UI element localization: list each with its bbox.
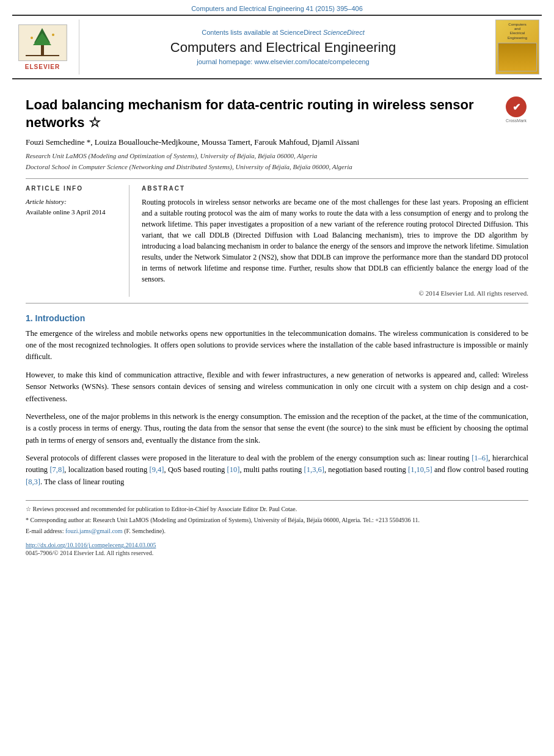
article-info-label: ARTICLE INFO — [26, 185, 120, 192]
svg-rect-4 — [26, 55, 59, 56]
footnote-star1: ☆ Reviews processed and recommended for … — [26, 504, 528, 514]
elsevier-text: ELSEVIER — [25, 64, 60, 70]
article-info-col: ARTICLE INFO Article history: Available … — [26, 185, 129, 297]
svg-rect-1 — [41, 44, 44, 55]
journal-center: Contents lists available at ScienceDirec… — [79, 20, 487, 75]
citation-text: Computers and Electrical Engineering 41 … — [191, 5, 363, 12]
crossmark: ✔ CrossMark — [504, 96, 528, 123]
doi-section: http://dx.doi.org/10.1016/j.compeleceng.… — [26, 542, 528, 556]
journal-title: Computers and Electrical Engineering — [170, 40, 396, 56]
ref-7-8[interactable]: [7,8] — [49, 465, 64, 474]
ref-1-3-6[interactable]: [1,3,6] — [304, 465, 324, 474]
abstract-col: ABSTRACT Routing protocols in wireless s… — [142, 185, 528, 297]
journal-header: ELSEVIER Contents lists available at Sci… — [12, 15, 542, 79]
abstract-label: ABSTRACT — [142, 185, 528, 192]
crossmark-icon: ✔ — [506, 96, 527, 117]
elsevier-logo: ELSEVIER — [12, 20, 79, 75]
intro-para-3: Nevertheless, one of the major problems … — [26, 411, 528, 446]
svg-point-6 — [52, 34, 54, 36]
crossmark-text: CrossMark — [506, 118, 527, 123]
page: Computers and Electrical Engineering 41 … — [0, 0, 554, 756]
cover-image: ComputersandElectricalEngineering — [495, 20, 539, 75]
copyright-line: © 2014 Elsevier Ltd. All rights reserved… — [142, 289, 528, 297]
top-citation: Computers and Electrical Engineering 41 … — [0, 0, 554, 15]
article-history: Article history: Available online 3 Apri… — [26, 197, 120, 218]
issn-line: 0045-7906/© 2014 Elsevier Ltd. All right… — [26, 550, 528, 556]
footnote-email: E-mail address: fouzi.jams@gmail.com (F.… — [26, 526, 528, 536]
svg-point-5 — [31, 37, 33, 39]
intro-heading: 1. Introduction — [26, 313, 528, 323]
divider-1 — [26, 178, 528, 179]
article-title: Load balancing mechanism for data-centri… — [26, 96, 498, 131]
elsevier-logo-box — [18, 24, 67, 61]
footnotes-section: ☆ Reviews processed and recommended for … — [26, 500, 528, 536]
sciencedirect-text: Contents lists available at ScienceDirec… — [202, 29, 365, 36]
affiliation-1: Research Unit LaMOS (Modeling and Optimi… — [26, 151, 528, 161]
history-label: Article history: — [26, 197, 120, 208]
doi-link[interactable]: http://dx.doi.org/10.1016/j.compeleceng.… — [26, 542, 528, 548]
abstract-text: Routing protocols in wireless sensor net… — [142, 197, 528, 285]
email-link[interactable]: fouzi.jams@gmail.com — [65, 528, 123, 534]
footnote-star2: * Corresponding author at: Research Unit… — [26, 515, 528, 525]
intro-para-2: However, to make this kind of communicat… — [26, 369, 528, 405]
journal-cover: ComputersandElectricalEngineering — [487, 20, 542, 75]
ref-1-10-5[interactable]: [1,10,5] — [408, 465, 432, 474]
affiliation-2: Doctoral School in Computer Science (Net… — [26, 162, 528, 172]
authors: Fouzi Semchedine *, Louiza Bouallouche-M… — [26, 136, 528, 148]
available-online: Available online 3 April 2014 — [26, 207, 120, 218]
ref-9-4[interactable]: [9,4] — [150, 465, 164, 474]
divider-2 — [26, 303, 528, 303]
intro-para-1: The emergence of the wireless and mobile… — [26, 328, 528, 363]
ref-10[interactable]: [10] — [227, 465, 240, 474]
ref-8-3[interactable]: [8,3] — [26, 478, 40, 486]
main-content: Load balancing mechanism for data-centri… — [0, 79, 554, 562]
article-info-abstract: ARTICLE INFO Article history: Available … — [26, 185, 528, 297]
journal-homepage: journal homepage: www.elsevier.com/locat… — [197, 58, 370, 65]
intro-para-4: Several protocols of different classes w… — [26, 453, 528, 488]
article-title-section: Load balancing mechanism for data-centri… — [26, 96, 528, 131]
ref-1-6[interactable]: [1–6] — [472, 454, 488, 462]
